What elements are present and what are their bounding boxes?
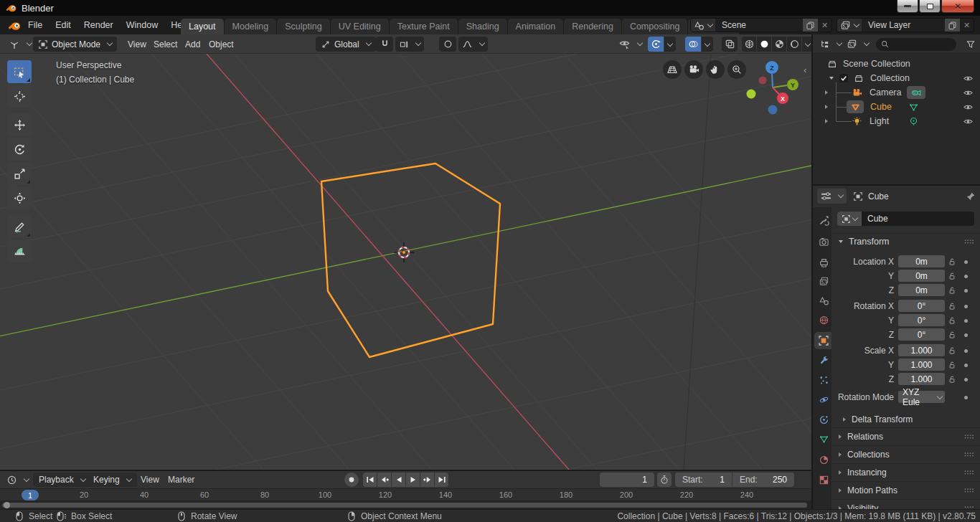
lock-icon[interactable]	[948, 375, 956, 384]
rotation-mode-dropdown[interactable]: XYZ Eule	[898, 391, 945, 403]
animate-dot[interactable]	[964, 260, 968, 264]
outliner-search-input[interactable]	[876, 38, 956, 51]
current-frame-marker[interactable]: 1	[22, 490, 39, 500]
pan-view-button[interactable]	[706, 60, 725, 79]
use-preview-range-button[interactable]	[657, 473, 672, 487]
scale-x-field[interactable]: 1.000	[898, 344, 945, 356]
expand-icon[interactable]	[829, 77, 834, 80]
hide-eye-icon[interactable]	[963, 87, 974, 98]
tab-material[interactable]	[815, 451, 833, 468]
next-keyframe-button[interactable]	[420, 473, 434, 487]
collection-checkbox[interactable]	[839, 74, 848, 82]
title-bar[interactable]: Blender ✕	[0, 0, 980, 16]
drag-grip-icon[interactable]	[964, 435, 974, 439]
view-layer-name[interactable]: View Layer	[862, 19, 945, 32]
rotation-z-field[interactable]: 0°	[898, 328, 945, 341]
id-type-dropdown[interactable]	[837, 212, 862, 226]
expand-icon[interactable]	[825, 105, 828, 109]
view-layer-icon[interactable]	[837, 19, 862, 32]
location-z-field[interactable]: 0m	[898, 284, 945, 296]
frame-start-field[interactable]: Start:1	[675, 473, 732, 487]
editor-type-dropdown[interactable]	[6, 37, 34, 52]
jump-to-end-button[interactable]	[435, 473, 448, 487]
lock-icon[interactable]	[948, 331, 956, 339]
tool-cursor[interactable]	[7, 85, 32, 108]
filter-funnel-icon[interactable]	[966, 39, 976, 49]
navigation-gizmo[interactable]: Z Y X	[744, 59, 801, 116]
visibility-panel[interactable]: Visibility	[831, 499, 980, 509]
shading-material-button[interactable]	[772, 37, 786, 52]
playback-menu[interactable]: Playback	[33, 473, 91, 487]
drag-grip-icon[interactable]	[964, 239, 974, 244]
lock-icon[interactable]	[948, 302, 956, 310]
play-button[interactable]	[406, 473, 420, 487]
lock-icon[interactable]	[948, 361, 956, 369]
timeline-view-menu[interactable]: View	[135, 473, 165, 487]
lock-icon[interactable]	[948, 286, 956, 295]
menu-add[interactable]: Add	[179, 37, 206, 52]
scale-y-field[interactable]: 1.000	[898, 359, 945, 371]
transform-orientation-dropdown[interactable]: Global	[316, 37, 376, 52]
menu-object[interactable]: Object	[203, 37, 240, 52]
tab-texture[interactable]	[815, 471, 833, 488]
new-scene-button[interactable]	[803, 19, 818, 32]
shading-wireframe-button[interactable]	[742, 37, 756, 52]
current-frame-field[interactable]: 1	[600, 473, 654, 487]
outliner-row-light[interactable]: Light	[813, 114, 980, 128]
tab-tool[interactable]	[815, 212, 833, 229]
tab-constraints[interactable]	[815, 411, 833, 428]
motion-paths-panel[interactable]: Motion Paths	[831, 481, 980, 499]
animate-dot[interactable]	[964, 396, 968, 399]
keying-menu[interactable]: Keying	[88, 473, 137, 487]
tab-object[interactable]	[814, 332, 833, 349]
scrollbar-knob[interactable]	[4, 502, 10, 508]
show-overlays-toggle[interactable]	[685, 37, 701, 52]
tool-scale[interactable]	[7, 162, 32, 185]
drag-grip-icon[interactable]	[964, 488, 974, 493]
tab-particles[interactable]	[815, 371, 833, 389]
tab-sculpting[interactable]: Sculpting	[277, 19, 329, 34]
region-collapse-icon[interactable]: ‹	[804, 65, 806, 75]
tool-move[interactable]	[7, 113, 32, 136]
shading-solid-button[interactable]	[757, 37, 771, 52]
timeline-scrollbar[interactable]	[0, 500, 811, 509]
animate-dot[interactable]	[964, 305, 968, 308]
outliner-filter-mode-dropdown[interactable]	[844, 37, 871, 52]
snap-settings-dropdown[interactable]	[395, 37, 424, 52]
auto-keying-button[interactable]	[344, 473, 359, 487]
menu-file[interactable]: File	[22, 20, 49, 30]
tab-scene[interactable]	[815, 292, 833, 309]
frame-end-field[interactable]: End:250	[732, 473, 794, 487]
snap-toggle-button[interactable]	[376, 37, 393, 52]
gizmo-neg-z[interactable]	[768, 105, 778, 115]
animate-dot[interactable]	[964, 289, 968, 293]
drag-grip-icon[interactable]	[964, 470, 974, 475]
gizmo-dropdown[interactable]	[664, 37, 676, 52]
tab-world[interactable]	[815, 311, 833, 328]
tool-rotate[interactable]	[7, 138, 32, 161]
delta-transform-panel[interactable]: Delta Transform	[831, 412, 980, 427]
transform-panel-header[interactable]: Transform	[831, 233, 980, 249]
outliner-display-mode-dropdown[interactable]	[817, 37, 844, 52]
relations-panel[interactable]: Relations	[831, 427, 980, 445]
unlink-scene-button[interactable]: ✕	[818, 19, 831, 32]
tool-select-box[interactable]	[7, 60, 32, 83]
outliner-row-cube[interactable]: Cube	[813, 100, 980, 114]
menu-render[interactable]: Render	[77, 20, 120, 30]
outliner-row-camera[interactable]: Camera	[813, 85, 980, 100]
hide-eye-icon[interactable]	[963, 102, 974, 113]
tab-animation[interactable]: Animation	[508, 19, 564, 34]
tab-layout[interactable]: Layout	[181, 19, 224, 34]
close-button[interactable]: ✕	[941, 0, 974, 13]
timeline-marker-menu[interactable]: Marker	[162, 473, 200, 487]
lock-icon[interactable]	[948, 346, 956, 355]
show-gizmo-toggle[interactable]	[648, 37, 664, 52]
mode-dropdown[interactable]: Object Mode	[33, 37, 117, 52]
tab-shading[interactable]: Shading	[458, 19, 507, 34]
timeline-editor-dropdown[interactable]	[4, 473, 31, 487]
object-name-field[interactable]: Cube	[862, 212, 974, 226]
scrollbar-handle[interactable]	[2, 503, 807, 508]
menu-edit[interactable]: Edit	[49, 20, 77, 30]
lock-icon[interactable]	[948, 316, 956, 325]
gizmo-neg-y[interactable]	[747, 90, 756, 99]
